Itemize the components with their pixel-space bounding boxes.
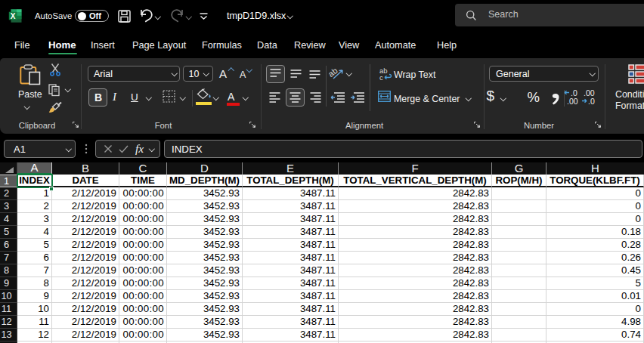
svg-text:.0: .0 xyxy=(588,97,595,106)
svg-text:.00: .00 xyxy=(567,97,578,106)
svg-text:X: X xyxy=(11,12,16,20)
svg-text:ab: ab xyxy=(327,66,339,79)
svg-text:c: c xyxy=(379,73,383,82)
